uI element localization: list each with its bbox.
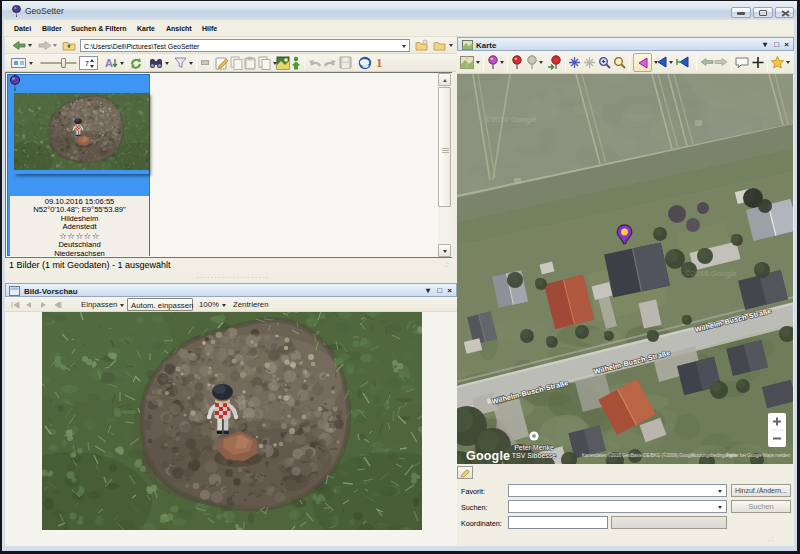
svg-text:Fehler bei Google Maps melden: Fehler bei Google Maps melden xyxy=(726,453,791,458)
svg-text:A: A xyxy=(105,57,113,69)
svg-text:Kartendaten ©2016 GeoBasis-DE/: Kartendaten ©2016 GeoBasis-DE/BKG (©2009… xyxy=(582,452,694,458)
svg-text:Google: Google xyxy=(466,449,510,463)
svg-text:TSV Sibbesse: TSV Sibbesse xyxy=(512,452,556,459)
svg-text:©2016 Google: ©2016 Google xyxy=(685,269,737,278)
svg-text:©2016 Google: ©2016 Google xyxy=(485,115,537,124)
svg-text:Peter Menke: Peter Menke xyxy=(514,444,554,451)
